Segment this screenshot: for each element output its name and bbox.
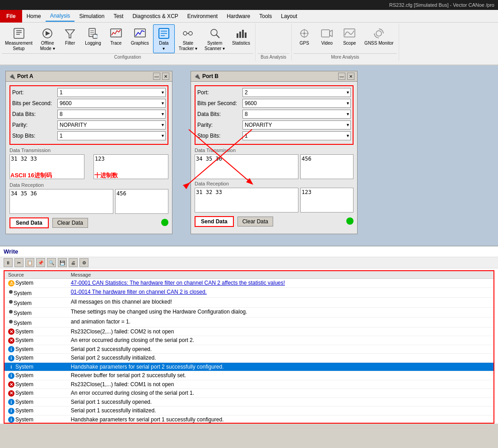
measurement-setup-btn[interactable]: MeasurementSetup: [2, 24, 36, 53]
menu-tools[interactable]: Tools: [255, 11, 276, 21]
system-scanner-btn[interactable]: SystemScanner ▾: [201, 24, 228, 53]
gnss-monitor-btn[interactable]: GNSS Monitor: [361, 24, 396, 48]
write-log-body: ⚠System47-0001 CAN Statistics: The hardw…: [5, 279, 493, 424]
port-b-tx-dec[interactable]: 456: [300, 154, 354, 179]
write-log-row[interactable]: ⚠System47-0001 CAN Statistics: The hardw…: [5, 279, 493, 288]
port-a-send-btn[interactable]: Send Data: [9, 217, 49, 228]
write-log-message: An error occurred during closing of the …: [67, 389, 493, 398]
port-a-parity-select[interactable]: NOPARITYEVENPARITYODDPARITY: [57, 120, 166, 129]
port-a-controls: — ✕: [153, 73, 169, 80]
ribbon-group-configuration: MeasurementSetup OfflineMode ▾ Filter: [0, 23, 256, 60]
menu-simulation[interactable]: Simulation: [74, 11, 109, 21]
write-log-source: iSystem: [5, 406, 67, 416]
port-b-minimize-btn[interactable]: —: [338, 73, 345, 80]
write-toolbar-export-btn[interactable]: 💾: [58, 258, 67, 267]
data-btn[interactable]: Data▾: [153, 24, 175, 53]
port-a-bps-row: Bits per Second: 960019200115200 ▼: [12, 99, 166, 108]
write-toolbar-pause-btn[interactable]: ⏸: [4, 258, 13, 267]
write-log-message: All messages on this channel are blocked…: [67, 297, 493, 307]
write-log-row[interactable]: ✕SystemAn error occurred during closing …: [5, 336, 493, 345]
port-b-parity-select[interactable]: NOPARITYEVENPARITYODDPARITY: [242, 120, 351, 129]
write-toolbar-settings-btn[interactable]: ⚙: [79, 258, 88, 267]
write-log-message: Handshake parameters for serial port 2 s…: [67, 362, 493, 371]
state-tracker-icon: [181, 26, 195, 41]
port-b-stopbits-select[interactable]: 12: [242, 131, 351, 140]
write-log-row[interactable]: iSystemSerial port 1 successfully initia…: [5, 406, 493, 416]
port-a-rx-dec[interactable]: 456: [115, 189, 168, 214]
write-log-message: These settings may be changed using the …: [67, 307, 493, 317]
write-toolbar-print-btn[interactable]: 🖨: [69, 258, 78, 267]
port-a-status-dot: [161, 219, 168, 227]
write-log-row[interactable]: Systemand animation factor = 1.: [5, 317, 493, 327]
port-a-stopbits-row: Stop Bits: 12 ▼: [12, 131, 166, 140]
port-b-port-select[interactable]: 2134: [242, 88, 351, 97]
graphics-icon: [133, 26, 147, 41]
port-a-bps-select[interactable]: 960019200115200: [57, 99, 166, 108]
write-toolbar-paste-btn[interactable]: 📌: [36, 258, 45, 267]
offline-mode-btn[interactable]: OfflineMode ▾: [37, 24, 58, 53]
write-log-row[interactable]: SystemAll messages on this channel are b…: [5, 297, 493, 307]
port-a-rx-hex[interactable]: 34 35 36: [9, 189, 113, 214]
port-a-title: 🔌 Port A: [9, 73, 33, 79]
port-a-dec-label: 十进制数: [94, 172, 118, 179]
write-log-row[interactable]: System01-0014 The hardware filter on cha…: [5, 287, 493, 297]
write-log-row[interactable]: iSystemSerial port 2 successfully initia…: [5, 354, 493, 363]
logging-icon: 📄: [86, 26, 100, 41]
port-b-close-btn[interactable]: ✕: [347, 73, 354, 80]
port-b-fields-highlight: Port: 2134 ▼ Bits per Second: 960019: [195, 85, 354, 145]
menu-test[interactable]: Test: [109, 11, 128, 21]
video-btn[interactable]: Video: [316, 24, 338, 48]
write-log-row[interactable]: iSystemHandshake parameters for serial p…: [5, 362, 493, 371]
port-b-bps-select[interactable]: 960019200115200: [242, 99, 351, 108]
svg-point-35: [376, 31, 382, 36]
write-toolbar-cut-btn[interactable]: ✂: [14, 258, 23, 267]
write-log-message: Handshake parameters for serial port 1 s…: [67, 415, 493, 424]
write-toolbar-find-btn[interactable]: 🔍: [47, 258, 56, 267]
port-b-clear-btn[interactable]: Clear Data: [237, 217, 273, 226]
gps-btn[interactable]: GPS: [293, 24, 315, 48]
graphics-btn[interactable]: Graphics: [128, 24, 152, 48]
port-a-minimize-btn[interactable]: —: [153, 73, 160, 80]
port-a-port-select[interactable]: 1234: [57, 88, 166, 97]
port-b-btn-row: Send Data Clear Data: [195, 214, 354, 229]
port-b-send-btn[interactable]: Send Data: [195, 216, 234, 227]
statistics-btn[interactable]: Statistics: [229, 24, 253, 48]
write-log-row[interactable]: iSystemSerial port 1 successfully opened…: [5, 397, 493, 406]
menu-environment[interactable]: Environment: [183, 11, 222, 21]
state-tracker-label: StateTracker ▾: [179, 41, 197, 51]
menu-hardware[interactable]: Hardware: [222, 11, 255, 21]
write-log-row[interactable]: iSystemHandshake parameters for serial p…: [5, 415, 493, 424]
port-b-tx-hex[interactable]: 34 35 36: [195, 154, 298, 179]
port-a-databits-select-wrapper: 87 ▼: [57, 110, 166, 119]
scope-btn[interactable]: Scope: [339, 24, 360, 48]
port-a-databits-select[interactable]: 87: [57, 110, 166, 119]
menu-layout[interactable]: Layout: [276, 11, 302, 21]
state-tracker-btn[interactable]: StateTracker ▾: [176, 24, 200, 53]
svg-rect-32: [321, 30, 330, 37]
file-menu[interactable]: File: [0, 10, 22, 23]
port-b-rx-hex[interactable]: 31 32 33: [195, 188, 298, 212]
trace-btn[interactable]: Trace: [105, 24, 127, 48]
port-b-databits-select[interactable]: 87: [242, 110, 351, 119]
write-log-row[interactable]: ✕SystemRs232Close(1,...) failed: COM1 is…: [5, 380, 493, 389]
port-b-rx-dec[interactable]: 123: [300, 188, 354, 212]
menu-home[interactable]: Home: [22, 11, 46, 21]
port-a-parity-row: Parity: NOPARITYEVENPARITYODDPARITY ▼: [12, 120, 166, 129]
port-b-databits-row: Data Bits: 87 ▼: [197, 110, 351, 119]
write-log-row[interactable]: ✕SystemAn error occurred during closing …: [5, 389, 493, 398]
write-log-row[interactable]: iSystemSerial port 2 successfully opened…: [5, 345, 493, 354]
port-a-stopbits-select[interactable]: 12: [57, 131, 166, 140]
menu-analysis[interactable]: Analysis: [46, 11, 75, 22]
port-a-clear-btn[interactable]: Clear Data: [52, 218, 88, 228]
write-log-source: ⚠System: [5, 279, 67, 288]
write-toolbar-copy-btn[interactable]: 📋: [25, 258, 34, 267]
video-icon: [320, 26, 334, 41]
write-log-row[interactable]: iSystemReceiver buffer for serial port 2…: [5, 371, 493, 380]
port-a-close-btn[interactable]: ✕: [162, 73, 169, 80]
write-log-row[interactable]: ✕SystemRs232Close(2,...) failed: COM2 is…: [5, 327, 493, 336]
menu-diagnostics[interactable]: Diagnostics & XCP: [128, 11, 182, 21]
filter-btn[interactable]: Filter: [59, 24, 81, 48]
trace-icon: [109, 26, 123, 41]
write-log-row[interactable]: SystemThese settings may be changed usin…: [5, 307, 493, 317]
logging-btn[interactable]: 📄 Logging: [82, 24, 104, 48]
